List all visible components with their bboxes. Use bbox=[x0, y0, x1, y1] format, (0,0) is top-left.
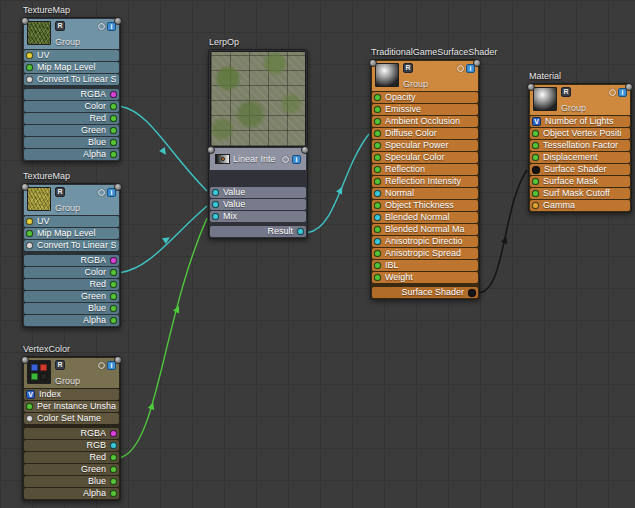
connector-knob-right[interactable] bbox=[473, 59, 481, 67]
wire-lerpop-result-to-diffuse-color[interactable] bbox=[308, 134, 369, 233]
port-dot-red[interactable] bbox=[110, 115, 117, 122]
group-label: Group bbox=[55, 376, 116, 386]
render-badge[interactable]: R bbox=[55, 21, 65, 31]
port-row-surface-shader: Surface Shader bbox=[372, 287, 478, 298]
port-dot-surface-mask[interactable] bbox=[532, 178, 539, 185]
port-dot-mix[interactable] bbox=[212, 213, 219, 220]
connector-knob-left[interactable] bbox=[21, 356, 29, 364]
render-badge[interactable]: R bbox=[403, 63, 413, 73]
connector-knob-left[interactable] bbox=[21, 17, 29, 25]
info-icon[interactable]: i bbox=[292, 155, 301, 164]
port-dot-convert-to-linear-s[interactable] bbox=[26, 242, 33, 249]
port-dot-alpha[interactable] bbox=[110, 151, 117, 158]
port-dot-mip-map-level[interactable] bbox=[26, 230, 33, 237]
circle-toggle-icon[interactable] bbox=[98, 189, 105, 196]
render-badge[interactable]: R bbox=[55, 187, 65, 197]
port-dot-red[interactable] bbox=[110, 281, 117, 288]
connector-knob-left[interactable] bbox=[21, 183, 29, 191]
port-dot-color-set-name[interactable] bbox=[26, 415, 33, 422]
port-dot-alpha[interactable] bbox=[110, 317, 117, 324]
connector-knob-right[interactable] bbox=[114, 356, 122, 364]
port-dot-normal[interactable] bbox=[374, 190, 381, 197]
port-dot-gamma[interactable] bbox=[532, 202, 539, 209]
port-dot-green[interactable] bbox=[110, 127, 117, 134]
port-dot-reflection[interactable] bbox=[374, 166, 381, 173]
node-material[interactable]: MaterialRiGroupVNumber of LightsObject V… bbox=[528, 72, 632, 213]
port-dot-rgba[interactable] bbox=[110, 430, 117, 437]
port-dot-surface-shader[interactable] bbox=[468, 289, 476, 297]
circle-toggle-icon[interactable] bbox=[457, 65, 464, 72]
port-dot-emissive[interactable] bbox=[374, 106, 381, 113]
circle-toggle-icon[interactable] bbox=[282, 156, 289, 163]
port-dot-blue[interactable] bbox=[110, 305, 117, 312]
node-lerpop[interactable]: LerpOpLinear InteriValueValueMixResult bbox=[208, 38, 308, 239]
wire-texturemap1-color-to-lerpop-value1[interactable] bbox=[121, 107, 207, 192]
port-dot-object-thickness[interactable] bbox=[374, 202, 381, 209]
port-dot-surf-mask-cutoff[interactable] bbox=[532, 190, 539, 197]
render-badge[interactable]: R bbox=[561, 87, 571, 97]
node-graph-canvas[interactable]: TextureMapRiGroupUVMip Map LevelConvert … bbox=[0, 0, 635, 508]
circle-toggle-icon[interactable] bbox=[609, 89, 616, 96]
port-dot-surface-shader[interactable] bbox=[532, 166, 540, 174]
port-dot-tessellation-factor[interactable] bbox=[532, 142, 539, 149]
circle-toggle-icon[interactable] bbox=[98, 362, 105, 369]
port-dot-diffuse-color[interactable] bbox=[374, 130, 381, 137]
connector-knob-right[interactable] bbox=[114, 17, 122, 25]
port-dot-anisotropic-directio[interactable] bbox=[374, 238, 381, 245]
port-dot-red[interactable] bbox=[110, 454, 117, 461]
port-dot-uv[interactable] bbox=[26, 52, 33, 59]
connector-knob-right[interactable] bbox=[625, 83, 633, 91]
connector-knob-right[interactable] bbox=[114, 183, 122, 191]
port-dot-blue[interactable] bbox=[110, 478, 117, 485]
node-traditionalgamesurfaceshader[interactable]: TraditionalGameSurfaceShaderRiGroupOpaci… bbox=[370, 48, 480, 300]
port-dot-blended-normal-ma[interactable] bbox=[374, 226, 381, 233]
port-label: Color bbox=[84, 267, 106, 278]
enum-value[interactable]: Linear Inter bbox=[233, 154, 276, 164]
port-dot-alpha[interactable] bbox=[110, 490, 117, 497]
connector-knob-right[interactable] bbox=[301, 146, 309, 154]
port-dot-blended-normal[interactable] bbox=[374, 214, 381, 221]
port-dot-rgba[interactable] bbox=[110, 257, 117, 264]
node-vertexcolor[interactable]: VertexColorRiGroupVIndexPer Instance Uns… bbox=[22, 345, 121, 501]
port-dot-object-vertex-positi[interactable] bbox=[532, 130, 539, 137]
port-dot-color[interactable] bbox=[110, 269, 117, 276]
port-dot-mip-map-level[interactable] bbox=[26, 64, 33, 71]
port-dot-opacity[interactable] bbox=[374, 94, 381, 101]
port-dot-rgba[interactable] bbox=[110, 91, 117, 98]
port-dot-convert-to-linear-s[interactable] bbox=[26, 76, 33, 83]
value-badge-icon[interactable]: V bbox=[26, 390, 35, 399]
port-dot-color[interactable] bbox=[110, 103, 117, 110]
node-texturemap-1[interactable]: TextureMapRiGroupUVMip Map LevelConvert … bbox=[22, 6, 121, 162]
port-dot-value[interactable] bbox=[212, 189, 219, 196]
connector-knob-left[interactable] bbox=[369, 59, 377, 67]
port-row-reflection-intensity: Reflection Intensity bbox=[372, 176, 478, 187]
port-label: Convert To Linear S bbox=[37, 240, 116, 251]
circle-toggle-icon[interactable] bbox=[98, 23, 105, 30]
port-label: Tessellation Factor bbox=[543, 140, 618, 151]
port-dot-blue[interactable] bbox=[110, 139, 117, 146]
wire-vertexcolor-red-to-lerpop-mix[interactable] bbox=[121, 218, 207, 458]
wire-texturemap2-color-to-lerpop-value2[interactable] bbox=[121, 206, 207, 273]
port-dot-weight[interactable] bbox=[374, 274, 381, 281]
port-dot-uv[interactable] bbox=[26, 218, 33, 225]
port-dot-ambient-occlusion[interactable] bbox=[374, 118, 381, 125]
port-dot-displacement[interactable] bbox=[532, 154, 539, 161]
connector-knob-left[interactable] bbox=[207, 146, 215, 154]
render-badge[interactable]: R bbox=[55, 360, 65, 370]
port-dot-green[interactable] bbox=[110, 293, 117, 300]
wire-surface-shader-to-material[interactable] bbox=[480, 170, 527, 293]
port-dot-rgb[interactable] bbox=[110, 442, 117, 449]
port-dot-value[interactable] bbox=[212, 201, 219, 208]
connector-knob-left[interactable] bbox=[527, 83, 535, 91]
port-label: Object Vertex Positi bbox=[543, 128, 622, 139]
node-texturemap-2[interactable]: TextureMapRiGroupUVMip Map LevelConvert … bbox=[22, 172, 121, 328]
port-dot-result[interactable] bbox=[297, 228, 304, 235]
port-dot-specular-power[interactable] bbox=[374, 142, 381, 149]
port-dot-ibl[interactable] bbox=[374, 262, 381, 269]
port-dot-green[interactable] bbox=[110, 466, 117, 473]
port-dot-anisotropic-spread[interactable] bbox=[374, 250, 381, 257]
port-dot-reflection-intensity[interactable] bbox=[374, 178, 381, 185]
port-dot-specular-color[interactable] bbox=[374, 154, 381, 161]
port-dot-per-instance-unsha[interactable] bbox=[26, 403, 33, 410]
value-badge-icon[interactable]: V bbox=[532, 117, 541, 126]
